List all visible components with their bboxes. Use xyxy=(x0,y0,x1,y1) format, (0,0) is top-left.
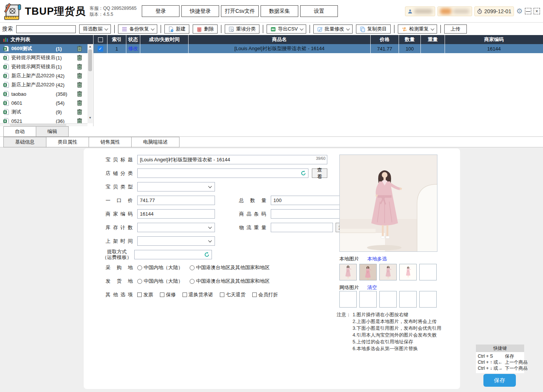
export-csv-button[interactable]: 导出CSV xyxy=(267,24,306,34)
gear-icon[interactable]: ⚙ xyxy=(516,8,523,15)
scroll-down-icon[interactable]: ▼ xyxy=(87,115,93,120)
file-item[interactable]: 0601 (54) xyxy=(0,98,87,107)
view-button[interactable]: 查看 xyxy=(312,168,327,178)
trash-icon[interactable] xyxy=(77,64,82,70)
notes-lines: 1.图片操作请在小图按右键 2.上面小图是本地图片，发布时将会上传 3.下面小图… xyxy=(353,311,441,352)
file-name: 0601 xyxy=(11,100,56,106)
tab-sales-attr[interactable]: 销售属性 xyxy=(89,137,132,147)
weight-input[interactable] xyxy=(271,223,333,232)
backup-restore-button[interactable]: 备份恢复 xyxy=(118,24,157,34)
trash-icon[interactable] xyxy=(77,109,82,115)
open-csv-button[interactable]: 打开Csv文件 xyxy=(221,5,259,17)
refresh-icon[interactable] xyxy=(301,170,306,176)
trash-icon[interactable] xyxy=(77,73,82,79)
file-item[interactable]: 瓷砖提示网页链接后 (1) xyxy=(0,62,87,71)
notes-label: 注意： xyxy=(337,311,353,352)
file-item[interactable]: taobao (358) xyxy=(0,89,87,98)
extract-input[interactable] xyxy=(134,250,212,259)
file-list-hscrollbar[interactable] xyxy=(0,123,87,126)
tab-auto[interactable]: 自动 xyxy=(3,126,36,137)
new-button[interactable]: 新建 xyxy=(164,24,189,34)
file-item[interactable]: 测试 (9) xyxy=(0,107,87,116)
seven-day-return-checkbox[interactable]: 七天退货 xyxy=(220,291,245,298)
account-info-pill[interactable] xyxy=(437,6,472,16)
local-thumb-3[interactable] xyxy=(379,264,397,280)
upload-button[interactable]: 上传 xyxy=(444,24,467,34)
title-input[interactable]: [Louis Angel]衬衫版型腰带连衣裙 - 16144 39/60 xyxy=(137,155,327,164)
search-label: 搜索 xyxy=(2,26,13,32)
trash-icon[interactable] xyxy=(77,82,82,88)
net-thumb-3-empty[interactable] xyxy=(379,291,397,308)
local-multi-select-link[interactable]: 本地多选 xyxy=(367,256,387,262)
listing-time-select[interactable] xyxy=(137,236,215,246)
member-discount-checkbox[interactable]: 会员打折 xyxy=(252,291,278,298)
quick-login-button[interactable]: 快捷登录 xyxy=(181,5,219,17)
net-thumb-5-empty[interactable] xyxy=(419,291,437,308)
ship-overseas-option[interactable]: 中国港澳台地区及其他国家和地区 xyxy=(190,278,270,285)
hscrollbar-thumb[interactable] xyxy=(10,124,66,126)
scroll-up-icon[interactable]: ▲ xyxy=(87,44,93,49)
image-notes: 注意： 1.图片操作请在小图按右键 2.上面小图是本地图片，发布时将会上传 3.… xyxy=(337,311,450,352)
local-thumb-2[interactable] xyxy=(359,264,377,280)
product-main-image[interactable] xyxy=(339,155,437,252)
close-button[interactable]: × xyxy=(534,8,540,14)
status-edit-link[interactable]: 修改 xyxy=(128,45,138,52)
tab-category-attr[interactable]: 类目属性 xyxy=(46,137,89,147)
file-list: 0609测试 (1) 瓷砖提示网页链接后 (1) 瓷砖提示网页链接后 (1) 新… xyxy=(0,44,94,126)
search-input[interactable] xyxy=(16,25,76,33)
login-button[interactable]: 登录 xyxy=(142,5,179,17)
net-thumb-2-empty[interactable] xyxy=(359,291,377,308)
save-button[interactable]: 保存 xyxy=(483,374,516,387)
stock-count-select[interactable] xyxy=(137,223,215,232)
batch-edit-button[interactable]: 批量修改 xyxy=(313,24,353,34)
refresh-icon[interactable] xyxy=(204,252,210,257)
tab-edit[interactable]: 编辑 xyxy=(36,126,69,137)
delete-button[interactable]: 删除 xyxy=(193,24,218,34)
file-list-scrollbar[interactable]: ▲ ▼ xyxy=(87,44,93,123)
invoice-checkbox[interactable]: 发票 xyxy=(137,291,153,298)
local-thumb-5-empty[interactable] xyxy=(419,264,437,280)
merchant-code-input[interactable]: 16144 xyxy=(137,209,215,219)
qty-input[interactable]: 100 xyxy=(271,196,350,205)
select-all-checkbox[interactable] xyxy=(94,35,107,44)
barcode-input[interactable] xyxy=(271,209,350,219)
file-item[interactable]: 0609测试 (1) xyxy=(0,44,87,53)
net-thumb-4-empty[interactable] xyxy=(399,291,417,308)
reread-category-button[interactable]: 重读分类 xyxy=(225,24,259,34)
ship-mainland-option[interactable]: 中国内地（大陆） xyxy=(137,278,183,285)
purchase-overseas-option[interactable]: 中国港澳台地区及其他国家和地区 xyxy=(190,264,270,271)
copy-category-button[interactable]: 复制类目 xyxy=(356,24,391,34)
shortcut-action: 下一个商品 xyxy=(505,365,528,371)
local-thumb-4[interactable] xyxy=(399,264,417,280)
scrollbar-thumb[interactable] xyxy=(88,49,92,71)
net-thumb-1-empty[interactable] xyxy=(339,291,357,308)
network-clear-link[interactable]: 清空 xyxy=(367,284,377,291)
shop-category-input[interactable] xyxy=(137,168,308,178)
file-item[interactable]: 新店上架产品20220 (42) xyxy=(0,80,87,89)
return-promise-checkbox[interactable]: 退换货承诺 xyxy=(183,291,213,298)
user-account-pill[interactable] xyxy=(405,6,435,16)
table-row[interactable]: ✓ 1 修改 [Louis Angel]衬衫版型腰带连衣裙 - 16144 74… xyxy=(94,44,543,53)
check-duplicate-button[interactable]: 检测重复 xyxy=(398,24,437,34)
row-status-link[interactable]: 修改 xyxy=(126,44,140,53)
tab-basic-info[interactable]: 基础信息 xyxy=(3,137,46,147)
trash-icon[interactable] xyxy=(77,46,82,52)
new-label: 新建 xyxy=(176,26,186,32)
minimize-button[interactable]: — xyxy=(525,8,531,14)
trash-icon[interactable] xyxy=(77,55,82,61)
trash-icon[interactable] xyxy=(77,91,82,97)
price-input[interactable]: 741.77 xyxy=(137,196,215,205)
trash-icon[interactable] xyxy=(77,100,82,106)
settings-button[interactable]: 设置 xyxy=(300,5,338,17)
data-collect-button[interactable]: 数据采集 xyxy=(261,5,298,17)
local-thumb-1[interactable] xyxy=(339,264,357,280)
row-checkbox[interactable]: ✓ xyxy=(94,44,107,53)
file-item[interactable]: 新店上架产品20220 (42) xyxy=(0,71,87,80)
item-type-select[interactable] xyxy=(137,182,215,191)
file-name: 瓷砖提示网页链接后 xyxy=(11,63,56,70)
filter-data-button[interactable]: 筛选数据 xyxy=(79,24,111,34)
tab-pc-description[interactable]: 电脑端描述 xyxy=(131,137,179,147)
file-item[interactable]: 瓷砖提示网页链接后 (1) xyxy=(0,53,87,62)
warranty-checkbox[interactable]: 保修 xyxy=(160,291,176,298)
purchase-mainland-option[interactable]: 中国内地（大陆） xyxy=(137,264,183,271)
